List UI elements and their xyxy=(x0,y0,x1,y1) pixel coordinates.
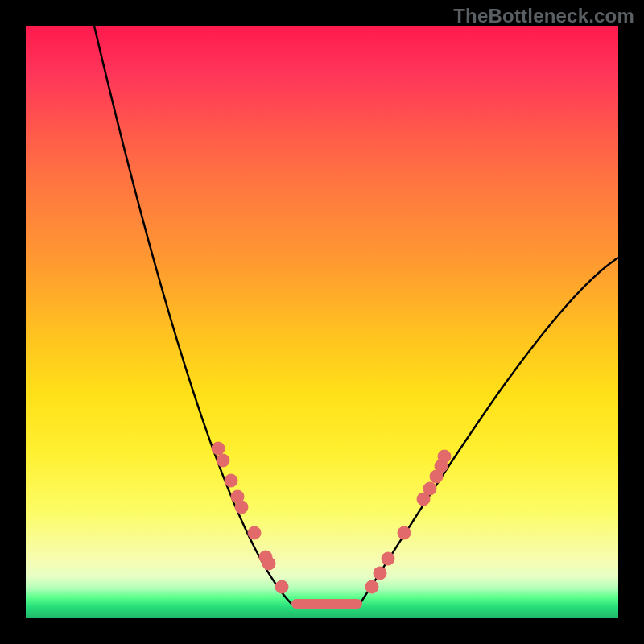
bottom-bridge xyxy=(291,599,362,609)
data-point xyxy=(423,482,436,495)
data-point xyxy=(398,526,411,539)
data-point xyxy=(262,557,275,570)
data-point xyxy=(365,580,378,593)
data-point xyxy=(217,454,229,467)
data-point xyxy=(212,442,225,455)
data-point xyxy=(374,567,386,580)
chart-frame: TheBottleneck.com xyxy=(0,0,644,644)
watermark-text: TheBottleneck.com xyxy=(453,5,634,27)
data-point xyxy=(225,474,237,487)
chart-svg xyxy=(26,26,618,618)
plot-area xyxy=(26,26,618,618)
markers-right-group xyxy=(365,450,451,593)
markers-left-group xyxy=(212,442,288,593)
data-point xyxy=(382,552,394,565)
curve-right xyxy=(360,258,618,604)
data-point xyxy=(235,501,248,514)
data-point xyxy=(248,526,261,539)
curve-left xyxy=(94,26,291,604)
data-point xyxy=(275,580,288,593)
data-point xyxy=(438,450,451,463)
